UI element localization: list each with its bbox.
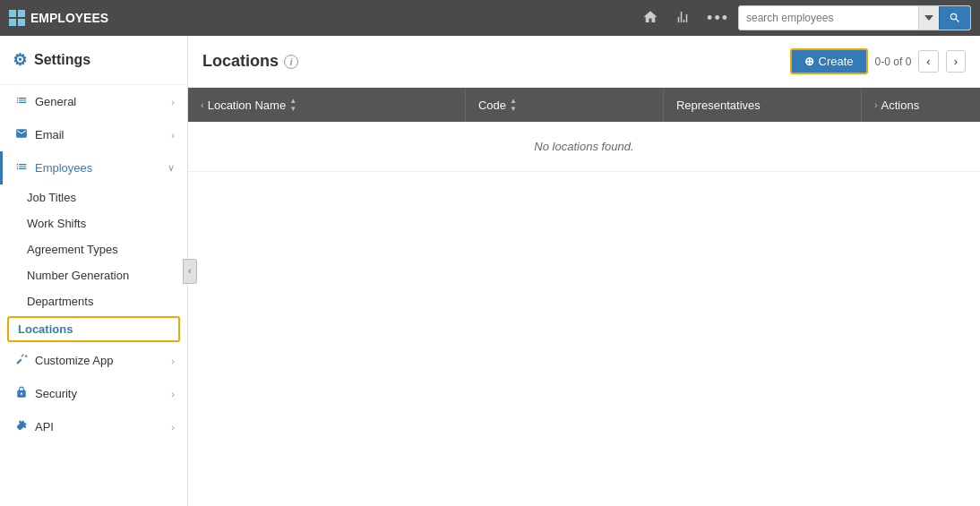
empty-message: No locations found. [188,122,980,172]
app-logo-icon [9,10,25,26]
sidebar-item-security[interactable]: Security › [0,377,187,410]
lock-icon [15,386,28,401]
general-icon [15,94,28,109]
sidebar-label-general: General [35,95,76,108]
content-header: Locations i ⊕ Create 0-0 of 0 ‹ › [188,36,980,88]
page-title: Locations [202,52,279,71]
sidebar-label-security: Security [35,387,77,400]
col-representatives: Representatives [663,88,861,122]
sidebar-wrapper: ⚙ Settings General › Em [0,36,188,506]
locations-table-body: No locations found. [188,122,980,172]
submenu-number-generation[interactable]: Number Generation [0,262,187,288]
chevron-right-icon-customize: › [171,356,175,366]
sidebar-heading: Settings [34,52,90,68]
locations-table-container: ‹ Location Name ▲▼ Code ▲▼ [188,88,980,506]
sort-icon-code: ▲▼ [510,97,517,113]
next-page-button[interactable]: › [946,50,966,73]
locations-table: ‹ Location Name ▲▼ Code ▲▼ [188,88,980,172]
sidebar-item-api[interactable]: API › [0,410,187,443]
sidebar-label-api: API [35,420,54,433]
sidebar-label-email: Email [35,128,64,142]
app-layout: ⚙ Settings General › Em [0,36,980,506]
page-title-area: Locations i [202,52,298,71]
sidebar-title: ⚙ Settings [0,36,187,85]
employees-icon [15,160,28,176]
table-header-row: ‹ Location Name ▲▼ Code ▲▼ [188,88,980,122]
create-button[interactable]: ⊕ Create [790,48,868,74]
search-input[interactable] [739,6,918,30]
home-icon[interactable] [642,9,658,28]
chevron-down-icon-employees: ∨ [168,162,175,174]
email-icon [15,127,28,142]
topbar-icons: ••• [642,9,729,28]
svg-marker-0 [924,15,933,21]
search-bar [738,5,971,30]
submenu-work-shifts[interactable]: Work Shifts [0,210,187,236]
plus-icon: ⊕ [804,55,814,68]
chevron-right-icon-security: › [171,389,175,399]
chevron-right-icon-email: › [171,130,175,141]
header-actions: ⊕ Create 0-0 of 0 ‹ › [790,48,966,74]
col-location-name[interactable]: ‹ Location Name ▲▼ [188,88,465,122]
col-location-name-prev-icon: ‹ [201,99,204,110]
submenu-locations[interactable]: Locations [7,316,180,342]
sidebar-collapse-button[interactable]: ‹ [183,259,197,284]
main-content: Locations i ⊕ Create 0-0 of 0 ‹ › [188,36,980,506]
barchart-icon[interactable] [675,9,691,28]
app-brand: EMPLOYEES [9,10,108,26]
sidebar-item-general[interactable]: General › [0,85,187,118]
search-submit-button[interactable] [939,6,970,30]
chevron-right-icon-api: › [171,422,175,433]
employees-submenu: Job Titles Work Shifts Agreement Types N… [0,184,187,342]
sidebar-label-employees: Employees [35,161,92,175]
sidebar: ⚙ Settings General › Em [0,36,188,506]
app-title: EMPLOYEES [30,11,108,25]
sidebar-item-employees[interactable]: Employees ∨ [0,151,187,184]
chevron-right-icon: › [171,97,175,107]
sidebar-label-customize: Customize App [35,354,113,367]
actions-prev-icon: › [874,99,878,110]
prev-page-button[interactable]: ‹ [918,50,938,73]
submenu-agreement-types[interactable]: Agreement Types [0,236,187,262]
topbar: EMPLOYEES ••• [0,0,980,36]
col-code[interactable]: Code ▲▼ [465,88,663,122]
sort-icon-location: ▲▼ [289,97,297,113]
pagination-info: 0-0 of 0 [875,56,912,68]
sidebar-item-customize-app[interactable]: Customize App › [0,344,187,377]
empty-row: No locations found. [188,122,980,172]
wrench-icon [15,353,28,368]
submenu-departments[interactable]: Departments [0,288,187,314]
submenu-job-titles[interactable]: Job Titles [0,184,187,210]
info-icon[interactable]: i [284,55,298,69]
plug-icon [15,419,28,434]
gear-icon: ⚙ [13,50,27,70]
search-dropdown-button[interactable] [918,6,939,30]
col-actions: › Actions [861,88,980,122]
more-icon[interactable]: ••• [707,9,729,28]
create-label: Create [819,55,854,68]
sidebar-item-email[interactable]: Email › [0,118,187,151]
